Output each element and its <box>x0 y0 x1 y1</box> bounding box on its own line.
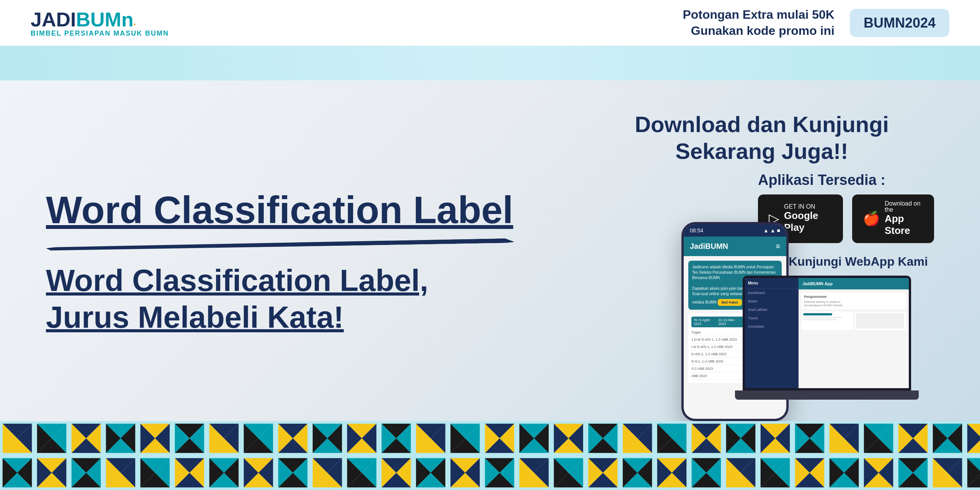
promo-code: BUMN2024 <box>850 9 949 37</box>
phone-btn[interactable]: Beli Paket <box>718 299 742 306</box>
promo-text: Potongan Extra mulai 50K Gunakan kode pr… <box>683 7 835 39</box>
pattern-bar <box>0 421 980 490</box>
logo-dot: • <box>134 21 136 28</box>
phone-status-bar: 08:54 ▲ ▲ ■ <box>684 224 786 237</box>
laptop-base <box>735 390 919 400</box>
promo-area: Potongan Extra mulai 50K Gunakan kode pr… <box>683 7 949 39</box>
logo-area: JADI BUMn • BIMBEL PERSIAPAN MASUK BUMN <box>31 8 169 38</box>
laptop-screen-inner: Menu Dashboard Materi Soal Latihan Tryou… <box>745 278 909 388</box>
logo: JADI BUMn • <box>31 8 169 31</box>
subtitle: Word Classification Label, Jurus Melabel… <box>46 262 567 336</box>
blue-band <box>0 46 980 80</box>
app-label: Aplikasi Tersedia : <box>758 172 934 188</box>
logo-subtitle: BIMBEL PERSIAPAN MASUK BUMN <box>31 29 169 38</box>
google-play-text: GET IN ON Google Play <box>784 204 832 234</box>
phone-app-logo: JadiBUMN <box>690 242 728 251</box>
laptop-main: JadiBUMN App Pengumuman Selamat datang d… <box>799 278 909 388</box>
main-title: Word Classification Label <box>46 189 567 231</box>
left-content: Word Classification Label Word Classific… <box>46 103 590 421</box>
underline-decoration <box>46 238 514 251</box>
right-content: Download dan Kunjungi Sekarang Juga!! 08… <box>590 103 934 421</box>
app-store-button[interactable]: 🍎 Download on the App Store <box>852 194 934 243</box>
header: JADI BUMn • BIMBEL PERSIAPAN MASUK BUMN … <box>0 0 980 46</box>
laptop-mockup: Menu Dashboard Materi Soal Latihan Tryou… <box>743 276 934 421</box>
laptop-screen: Menu Dashboard Materi Soal Latihan Tryou… <box>743 276 911 390</box>
laptop-sidebar: Menu Dashboard Materi Soal Latihan Tryou… <box>745 278 799 388</box>
phone-app-header: JadiBUMN ≡ <box>684 237 786 256</box>
apple-icon: 🍎 <box>863 211 880 227</box>
main-content: Word Classification Label Word Classific… <box>0 80 980 421</box>
pattern-svg <box>0 421 980 490</box>
download-title: Download dan Kunjungi Sekarang Juga!! <box>590 111 934 164</box>
logo-bumn: BUMn <box>76 8 133 31</box>
logo-jadi: JADI <box>31 8 76 31</box>
app-store-text: Download on the App Store <box>885 201 923 237</box>
